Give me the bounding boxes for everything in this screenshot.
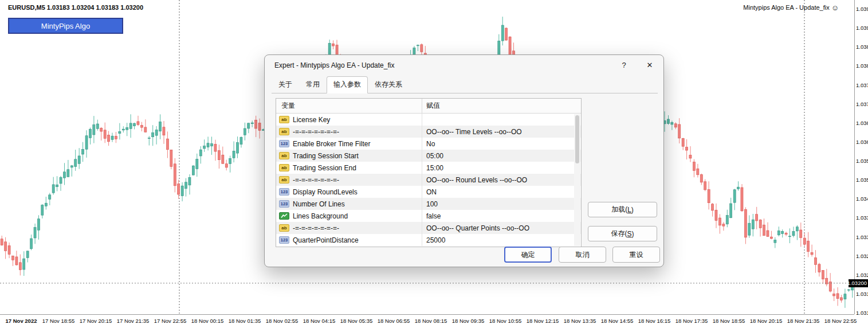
save-button[interactable]: 保存(S) — [588, 226, 657, 241]
dialog-tabstrip: 关于 常用 输入参数 依存关系 — [272, 78, 658, 93]
ea-smiley-icon: ☺ — [831, 5, 839, 11]
time-axis[interactable]: 17 Nov 202217 Nov 18:5517 Nov 20:1517 No… — [0, 314, 854, 328]
time-axis-label: 18 Nov 05:35 — [340, 318, 373, 324]
time-axis-label: 18 Nov 01:35 — [229, 318, 261, 324]
time-axis-label: 18 Nov 02:55 — [266, 318, 299, 324]
param-row[interactable]: abTrading Session Start05:00 — [276, 150, 581, 162]
price-axis-label: 1.03995 — [856, 6, 868, 12]
param-row[interactable]: 123Number Of Lines100 — [276, 198, 581, 210]
param-name-cell: 123Enable Broker Time Filter — [276, 138, 422, 150]
load-button-text: 加载( — [611, 205, 627, 214]
string-type-icon: ab — [279, 128, 289, 135]
scrollbar-thumb[interactable] — [575, 115, 579, 163]
param-value[interactable]: No — [422, 140, 581, 148]
param-value[interactable]: 15:00 — [422, 164, 581, 172]
load-button-text-suffix: ) — [631, 206, 634, 214]
time-axis-label: 17 Nov 20:15 — [80, 318, 112, 324]
time-axis-label: 18 Nov 09:35 — [452, 318, 485, 324]
header-variable: 变量 — [276, 99, 422, 113]
dialog-title[interactable]: Expert - Mintypips Algo EA - Update_fix — [265, 55, 612, 76]
param-name-cell: Lines Background — [276, 210, 422, 222]
expert-properties-dialog: Expert - Mintypips Algo EA - Update_fix … — [264, 54, 664, 267]
param-name: QuarterPointDistance — [293, 236, 359, 244]
price-axis-label: 1.03170 — [856, 290, 868, 296]
param-name: -=-=-=-=-=-=-=- — [293, 176, 339, 184]
header-value: 赋值 — [422, 99, 581, 113]
price-axis-label: 1.03775 — [856, 81, 868, 88]
param-table-body: abLicense Keyab-=-=-=-=-=-=-=-OO--oo-- T… — [276, 114, 581, 246]
chart-line-type-icon — [279, 212, 289, 220]
close-icon[interactable]: ✕ — [643, 60, 656, 71]
param-name: Display RoundLevels — [293, 188, 358, 196]
param-row[interactable]: ab-=-=-=-=-=-=-=-OO--oo-- Quarter Points… — [276, 222, 581, 234]
table-scrollbar[interactable] — [574, 114, 580, 246]
param-value[interactable]: 100 — [422, 200, 581, 208]
param-value[interactable]: OO--oo-- Time Levels --oo--OO — [422, 128, 581, 136]
table-header-row: 变量 赋值 — [276, 99, 581, 114]
param-name-cell: ab-=-=-=-=-=-=-=- — [276, 174, 422, 186]
param-value[interactable]: ON — [422, 188, 581, 196]
price-axis-label: 1.03225 — [856, 271, 868, 278]
time-axis-label: 18 Nov 18:55 — [713, 318, 745, 324]
param-value[interactable]: 25000 — [422, 236, 581, 244]
param-row[interactable]: 123QuarterPointDistance25000 — [276, 234, 581, 246]
time-axis-label: 18 Nov 12:15 — [527, 318, 559, 324]
param-name: Trading Session End — [293, 164, 356, 172]
param-name: -=-=-=-=-=-=-=- — [293, 224, 339, 232]
price-axis[interactable]: 1.039951.039401.038851.038301.037751.037… — [854, 0, 868, 314]
tab-about[interactable]: 关于 — [272, 76, 299, 93]
param-row[interactable]: 123Enable Broker Time FilterNo — [276, 138, 581, 150]
param-value[interactable]: 05:00 — [422, 152, 581, 160]
string-type-icon: ab — [279, 152, 289, 159]
param-row[interactable]: Lines Backgroundfalse — [276, 210, 581, 222]
param-value[interactable]: OO--oo-- Quarter Points --oo--OO — [422, 224, 581, 232]
save-button-accesskey: S — [627, 230, 631, 238]
param-name-cell: 123Number Of Lines — [276, 198, 422, 210]
price-axis-label: 1.03720 — [856, 100, 868, 107]
current-price-badge: 1.03200 — [849, 279, 868, 287]
time-axis-label: 18 Nov 04:15 — [303, 318, 336, 324]
time-axis-label: 18 Nov 14:55 — [601, 318, 634, 324]
tab-inputs[interactable]: 输入参数 — [327, 76, 368, 93]
cancel-button[interactable]: 取消 — [559, 247, 606, 263]
price-axis-label: 1.03280 — [856, 252, 868, 259]
ea-name-text: Mintypips Algo EA - Update_fix — [743, 4, 829, 11]
param-value[interactable]: false — [422, 212, 581, 220]
load-button[interactable]: 加载(L) — [588, 202, 657, 217]
time-axis-label: 17 Nov 22:55 — [154, 318, 187, 324]
price-axis-label: 1.03940 — [856, 25, 868, 31]
param-row[interactable]: ab-=-=-=-=-=-=-=-OO--oo-- Time Levels --… — [276, 126, 581, 138]
param-row[interactable]: ab-=-=-=-=-=-=-=-OO--oo-- Round Levels -… — [276, 174, 581, 186]
param-row[interactable]: abTrading Session End15:00 — [276, 162, 581, 174]
reset-button[interactable]: 重设 — [612, 247, 660, 263]
ea-status-label: Mintypips Algo EA - Update_fix ☺ — [743, 4, 839, 11]
parameters-table: 变量 赋值 abLicense Keyab-=-=-=-=-=-=-=-OO--… — [276, 98, 582, 247]
save-button-text: 保存( — [611, 229, 627, 239]
time-axis-label: 18 Nov 13:35 — [564, 318, 596, 324]
param-row[interactable]: 123Display RoundLevelsON — [276, 186, 581, 198]
mintypips-algo-button[interactable]: MintyPips Algo — [8, 18, 123, 34]
price-axis-label: 1.03115 — [856, 310, 868, 316]
number-type-icon: 123 — [279, 236, 289, 244]
time-axis-label: 18 Nov 00:15 — [191, 318, 224, 324]
param-row[interactable]: abLicense Key — [276, 114, 581, 126]
tab-dependencies[interactable]: 依存关系 — [368, 76, 409, 93]
mt5-chart-window: EURUSD,M5 1.03183 1.03204 1.03183 1.0320… — [0, 0, 868, 328]
help-icon[interactable]: ? — [619, 60, 629, 71]
param-name: Number Of Lines — [293, 200, 345, 208]
param-name: Trading Session Start — [293, 152, 359, 160]
time-axis-label: 18 Nov 16:15 — [638, 318, 671, 324]
param-name-cell: abTrading Session Start — [276, 150, 422, 162]
load-button-accesskey: L — [627, 206, 631, 214]
param-name-cell: ab-=-=-=-=-=-=-=- — [276, 126, 422, 138]
ok-button[interactable]: 确定 — [504, 247, 552, 263]
save-button-text-suffix: ) — [632, 230, 634, 238]
param-name: -=-=-=-=-=-=-=- — [293, 128, 339, 136]
price-axis-label: 1.03555 — [856, 158, 868, 164]
time-axis-label: 18 Nov 22:55 — [824, 318, 857, 324]
param-name: Lines Background — [293, 212, 348, 220]
price-axis-label: 1.03445 — [856, 196, 868, 202]
tab-common[interactable]: 常用 — [299, 76, 327, 93]
time-axis-label: 17 Nov 2022 — [6, 318, 37, 324]
param-value[interactable]: OO--oo-- Round Levels --oo--OO — [422, 176, 581, 184]
